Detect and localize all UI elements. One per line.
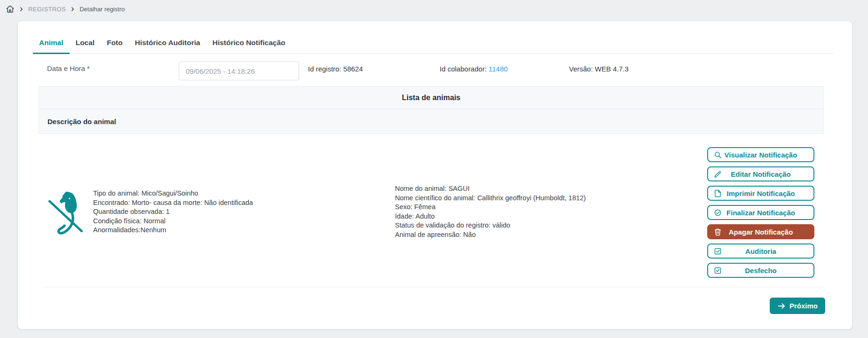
chevron-right-icon <box>19 7 24 12</box>
id-registro: Id registro: 58624 <box>308 65 363 73</box>
datetime-input[interactable] <box>179 62 299 80</box>
id-colaborador-link[interactable]: 11480 <box>489 65 508 73</box>
tab-local[interactable]: Local <box>70 32 101 54</box>
breadcrumb-item-registros[interactable]: REGISTROS <box>28 6 66 13</box>
detail-line: Encontrado: Morto- causa da morte: Não i… <box>93 198 253 208</box>
check-square-icon <box>714 267 722 275</box>
detail-line: Nome científico do animal: Callithrix ge… <box>395 194 586 203</box>
tab-historico-auditoria[interactable]: Histórico Auditoria <box>129 32 206 54</box>
versao-value: WEB 4.7.3 <box>595 65 629 73</box>
detail-line: Sexo: Fêmea <box>395 203 586 212</box>
breadcrumb-item-current: Detalhar registro <box>79 6 125 13</box>
check-circle-icon <box>714 209 722 217</box>
imprimir-notificacao-button[interactable]: Imprimir Notificação <box>707 186 814 201</box>
detail-line: Tipo do animal: Mico/Sagui/Soinho <box>93 189 253 198</box>
detail-line: Status de validação do registro: válido <box>395 221 586 230</box>
arrow-right-icon <box>777 302 786 310</box>
apagar-notificacao-button[interactable]: Apagar Notificação <box>707 224 814 239</box>
button-label: Desfecho <box>745 267 777 275</box>
tab-animal[interactable]: Animal <box>33 32 70 54</box>
animal-details-right: Nome do animal: SAGUI Nome científico do… <box>395 184 586 240</box>
id-colaborador: Id colaborador: 11480 <box>440 65 508 73</box>
id-registro-value: 58624 <box>343 65 363 73</box>
record-detail-card: Animal Local Foto Histórico Auditoria Hi… <box>18 21 852 329</box>
marmoset-monkey-icon <box>48 189 85 239</box>
detail-line: Quantidade observada: 1 <box>93 207 253 217</box>
button-label: Auditoria <box>745 247 776 255</box>
desfecho-button[interactable]: Desfecho <box>707 263 814 278</box>
section-title: Descrição do animal <box>47 118 116 126</box>
button-label: Imprimir Notificação <box>726 189 795 197</box>
check-square-icon <box>714 247 722 255</box>
section-divider <box>43 287 824 287</box>
button-label: Próximo <box>789 302 818 310</box>
button-label: Apagar Notificação <box>729 228 793 236</box>
versao: Versão: WEB 4.7.3 <box>569 65 629 73</box>
detail-line: Nome do animal: SAGUI <box>395 184 586 194</box>
list-title-band: Lista de animais <box>39 86 824 109</box>
list-title: Lista de animais <box>402 94 461 102</box>
button-label: Finalizar Notificação <box>726 209 795 217</box>
section-title-band: Descrição do animal <box>39 109 824 134</box>
button-label: Editar Notificação <box>731 170 791 178</box>
breadcrumb: REGISTROS Detalhar registro <box>0 0 125 18</box>
detail-line: Animal de apreensão: Não <box>395 230 586 240</box>
detail-line: Anormalidades:Nenhum <box>93 226 253 235</box>
magnifier-icon <box>714 151 722 159</box>
datetime-label: Data e Hora * <box>47 64 90 72</box>
detail-line: Condição física: Normal <box>93 217 253 226</box>
trash-icon <box>714 228 722 236</box>
animal-details-left: Tipo do animal: Mico/Sagui/Soinho Encont… <box>93 189 253 235</box>
pencil-icon <box>714 170 722 178</box>
detail-line: Idade: Adulto <box>395 212 586 221</box>
auditoria-button[interactable]: Auditoria <box>707 244 814 259</box>
tab-bar: Animal Local Foto Histórico Auditoria Hi… <box>33 32 834 54</box>
button-label: Visualizar Notificação <box>725 151 797 159</box>
notification-actions: Visualizar Notificação Editar Notificaçã… <box>707 147 814 278</box>
proximo-button[interactable]: Próximo <box>770 298 825 314</box>
home-icon[interactable] <box>6 5 15 14</box>
visualizar-notificacao-button[interactable]: Visualizar Notificação <box>707 147 814 162</box>
tab-foto[interactable]: Foto <box>101 32 129 54</box>
finalizar-notificacao-button[interactable]: Finalizar Notificação <box>707 205 814 220</box>
editar-notificacao-button[interactable]: Editar Notificação <box>707 166 814 181</box>
document-icon <box>714 189 722 197</box>
tab-historico-notificacao[interactable]: Histórico Notificação <box>206 32 292 54</box>
chevron-right-icon <box>70 7 75 12</box>
required-marker: * <box>87 64 90 72</box>
